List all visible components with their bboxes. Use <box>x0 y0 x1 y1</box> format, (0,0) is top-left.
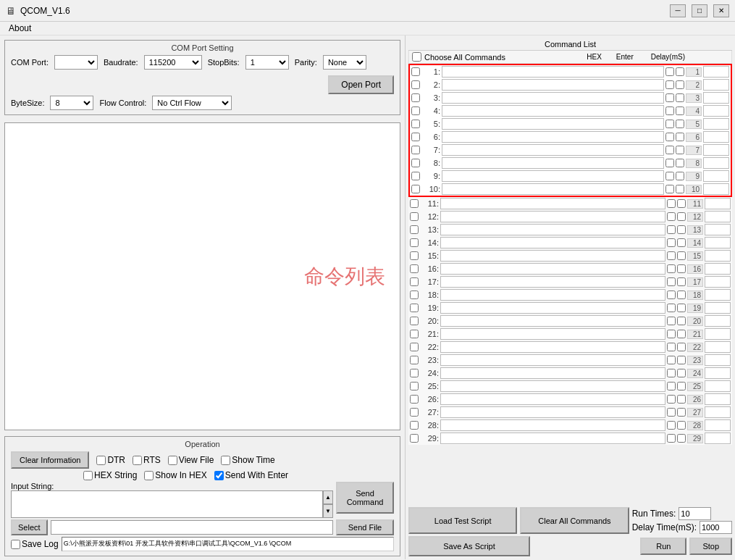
load-test-script-button[interactable]: Load Test Script <box>408 507 517 534</box>
choose-all-checkbox[interactable] <box>412 52 421 62</box>
cmd-enter-22[interactable] <box>677 343 686 351</box>
cmd-delay-17[interactable] <box>705 276 731 288</box>
save-script-button[interactable]: Save As Script <box>408 536 530 556</box>
send-with-enter-checkbox[interactable] <box>214 471 224 480</box>
restore-button[interactable]: □ <box>692 4 707 17</box>
cmd-input-10[interactable] <box>442 183 664 195</box>
cmd-input-19[interactable] <box>440 302 665 314</box>
hex-string-label[interactable]: HEX String <box>83 470 137 480</box>
cmd-hex-21[interactable] <box>667 330 676 338</box>
file-path-input[interactable] <box>51 520 333 535</box>
clear-information-button[interactable]: Clear Information <box>11 451 89 469</box>
cmd-input-3[interactable] <box>442 92 664 104</box>
cmd-checkbox-20[interactable] <box>410 317 419 325</box>
cmd-enter-4[interactable] <box>676 106 684 115</box>
send-with-enter-label[interactable]: Send With Enter <box>214 470 288 480</box>
cmd-checkbox-17[interactable] <box>410 277 419 286</box>
cmd-delay-1[interactable] <box>703 66 729 78</box>
cmd-delay-10[interactable] <box>703 183 729 195</box>
cmd-hex-13[interactable] <box>667 225 676 234</box>
cmd-enter-28[interactable] <box>677 421 686 430</box>
cmd-input-4[interactable] <box>442 105 664 117</box>
cmd-hex-29[interactable] <box>667 434 676 443</box>
cmd-input-1[interactable] <box>442 66 664 78</box>
cmd-checkbox-7[interactable] <box>411 146 420 154</box>
cmd-enter-2[interactable] <box>676 80 684 89</box>
open-port-button[interactable]: Open Port <box>328 75 394 94</box>
parity-select[interactable]: None <box>323 55 366 70</box>
bytesize-select[interactable]: 8 <box>50 96 93 110</box>
cmd-delay-3[interactable] <box>703 92 729 104</box>
cmd-checkbox-9[interactable] <box>411 172 420 180</box>
cmd-hex-17[interactable] <box>667 277 676 286</box>
cmd-delay-2[interactable] <box>703 79 729 91</box>
cmd-delay-29[interactable] <box>705 432 731 444</box>
cmd-hex-3[interactable] <box>665 93 674 102</box>
cmd-checkbox-14[interactable] <box>410 238 419 247</box>
cmd-delay-4[interactable] <box>703 105 729 117</box>
cmd-checkbox-15[interactable] <box>410 251 419 260</box>
cmd-checkbox-5[interactable] <box>411 120 420 128</box>
cmd-enter-8[interactable] <box>676 159 684 167</box>
cmd-input-28[interactable] <box>440 419 665 431</box>
cmd-hex-23[interactable] <box>667 356 676 364</box>
cmd-input-9[interactable] <box>442 170 664 182</box>
cmd-enter-13[interactable] <box>677 225 686 234</box>
cmd-checkbox-29[interactable] <box>410 434 419 443</box>
cmd-checkbox-3[interactable] <box>411 93 420 102</box>
cmd-input-2[interactable] <box>442 79 664 91</box>
cmd-enter-17[interactable] <box>677 277 686 286</box>
cmd-input-8[interactable] <box>442 157 664 169</box>
hex-string-checkbox[interactable] <box>83 471 93 480</box>
cmd-enter-15[interactable] <box>677 251 686 260</box>
cmd-input-29[interactable] <box>440 432 665 444</box>
dtr-label[interactable]: DTR <box>96 455 125 465</box>
cmd-delay-19[interactable] <box>705 302 731 314</box>
input-string-textarea[interactable] <box>11 490 323 518</box>
scroll-up-button[interactable]: ▲ <box>323 490 333 504</box>
close-button[interactable]: ✕ <box>713 4 729 17</box>
cmd-hex-25[interactable] <box>667 382 676 390</box>
cmd-hex-26[interactable] <box>667 395 676 404</box>
cmd-input-23[interactable] <box>440 354 665 366</box>
cmd-input-18[interactable] <box>440 289 665 301</box>
show-in-hex-checkbox[interactable] <box>144 471 154 480</box>
cmd-input-13[interactable] <box>440 224 665 235</box>
cmd-checkbox-27[interactable] <box>410 408 419 417</box>
send-file-button[interactable]: Send File <box>336 519 394 535</box>
cmd-hex-14[interactable] <box>667 238 676 247</box>
cmd-enter-26[interactable] <box>677 395 686 404</box>
dtr-checkbox[interactable] <box>96 456 106 465</box>
cmd-enter-11[interactable] <box>677 199 686 208</box>
save-log-checkbox-label[interactable]: Save Log <box>11 539 59 549</box>
cmd-hex-24[interactable] <box>667 369 676 377</box>
cmd-delay-5[interactable] <box>703 118 729 130</box>
cmd-hex-1[interactable] <box>665 67 674 76</box>
cmd-input-20[interactable] <box>440 315 665 327</box>
minimize-button[interactable]: ─ <box>670 4 686 17</box>
cmd-hex-4[interactable] <box>665 106 674 115</box>
cmd-delay-24[interactable] <box>705 367 731 379</box>
view-file-checkbox[interactable] <box>168 456 177 465</box>
cmd-delay-9[interactable] <box>703 170 729 182</box>
show-in-hex-label[interactable]: Show In HEX <box>144 470 206 480</box>
cmd-delay-16[interactable] <box>705 263 731 275</box>
cmd-input-14[interactable] <box>440 237 665 248</box>
clear-commands-button[interactable]: Clear All Commands <box>520 507 629 534</box>
cmd-delay-14[interactable] <box>705 237 731 248</box>
cmd-input-7[interactable] <box>442 144 664 156</box>
cmd-delay-15[interactable] <box>705 250 731 262</box>
cmd-enter-20[interactable] <box>677 317 686 325</box>
cmd-hex-10[interactable] <box>665 185 674 193</box>
cmd-enter-5[interactable] <box>676 120 684 128</box>
flow-control-select[interactable]: No Ctrl Flow <box>152 96 232 110</box>
cmd-input-15[interactable] <box>440 250 665 262</box>
run-times-input[interactable] <box>679 507 711 520</box>
cmd-checkbox-1[interactable] <box>411 67 420 76</box>
cmd-hex-18[interactable] <box>667 291 676 299</box>
cmd-enter-29[interactable] <box>677 434 686 443</box>
cmd-enter-14[interactable] <box>677 238 686 247</box>
cmd-delay-13[interactable] <box>705 224 731 235</box>
cmd-enter-21[interactable] <box>677 330 686 338</box>
cmd-hex-22[interactable] <box>667 343 676 351</box>
